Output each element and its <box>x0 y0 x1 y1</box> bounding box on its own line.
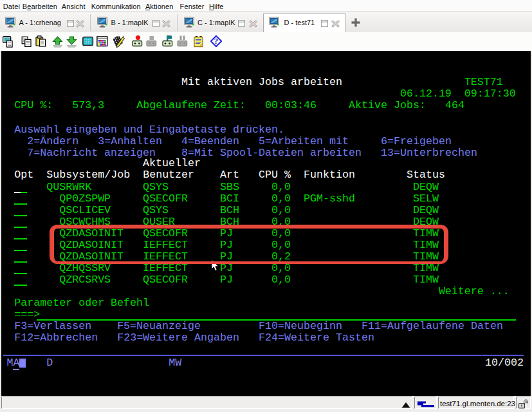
svg-text:?: ? <box>214 36 219 46</box>
